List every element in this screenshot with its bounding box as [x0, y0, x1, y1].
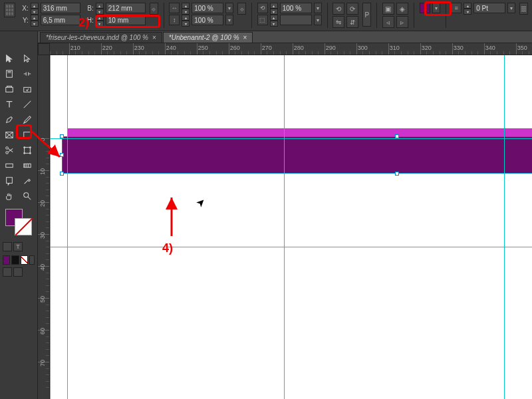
- scale-x-spinner[interactable]: ▴▾: [182, 3, 190, 13]
- shear-dropdown[interactable]: ▾: [314, 15, 322, 25]
- svg-point-15: [23, 193, 28, 198]
- free-transform-tool[interactable]: [19, 143, 35, 158]
- vertical-ruler[interactable]: 010203040506070: [38, 55, 50, 399]
- apply-color-button[interactable]: [3, 255, 10, 265]
- y-field[interactable]: 6,5 mm: [41, 15, 80, 25]
- y-spinner[interactable]: ▴▾: [31, 15, 39, 25]
- guide-horizontal[interactable]: [50, 138, 532, 139]
- flip-h-button[interactable]: ⇋: [332, 16, 344, 28]
- direct-selection-tool[interactable]: [19, 51, 35, 66]
- select-content-button[interactable]: ◈: [396, 3, 408, 15]
- fill-stroke-proxy[interactable]: [5, 209, 32, 235]
- select-prev-button[interactable]: ◃: [382, 16, 394, 28]
- shear-field[interactable]: [280, 15, 312, 25]
- h-field[interactable]: 10 mm: [106, 15, 146, 25]
- tab-label: *Unbenannt-2 @ 100 %: [169, 34, 239, 41]
- type-tool[interactable]: [1, 97, 17, 112]
- gradient-swatch-tool[interactable]: [1, 158, 17, 173]
- shear-spinner[interactable]: ▴▾: [270, 15, 278, 25]
- close-icon[interactable]: ×: [243, 34, 247, 41]
- document-canvas[interactable]: [50, 55, 532, 399]
- scale-x-field[interactable]: 100 %: [192, 3, 223, 13]
- panel-menu-button[interactable]: ☰: [519, 3, 528, 15]
- gap-tool[interactable]: [19, 66, 35, 81]
- scale-y-field[interactable]: 100 %: [192, 15, 223, 25]
- pen-tool[interactable]: [1, 112, 17, 127]
- h-label: H:: [84, 17, 94, 24]
- rectangle-tool[interactable]: [19, 128, 35, 142]
- selection-handle[interactable]: [60, 134, 64, 138]
- paragraph-style-button[interactable]: P: [362, 3, 371, 27]
- rotate-ccw-button[interactable]: ⟲: [332, 3, 344, 15]
- ruler-origin-box[interactable]: [38, 43, 50, 55]
- tab-label: *friseur-les-cheveux.indd @ 100 %: [46, 34, 148, 41]
- note-tool[interactable]: [1, 174, 17, 188]
- stroke-dropdown[interactable]: ▾: [507, 3, 515, 13]
- formatting-container-button[interactable]: [3, 242, 12, 251]
- purple-bar-shape[interactable]: [62, 136, 532, 174]
- reference-point-grid[interactable]: [4, 3, 15, 17]
- scale-x-dropdown[interactable]: ▾: [225, 3, 233, 13]
- select-container-button[interactable]: ▣: [382, 3, 394, 15]
- rotate-spinner[interactable]: ▴▾: [270, 3, 278, 13]
- content-placer-tool[interactable]: [19, 82, 35, 96]
- w-field[interactable]: 212 mm: [106, 3, 146, 13]
- shear-icon: ⬚: [257, 15, 268, 25]
- selection-handle[interactable]: [60, 153, 64, 157]
- svg-rect-4: [23, 132, 31, 138]
- document-tab[interactable]: *Unbenannt-2 @ 100 % ×: [163, 32, 253, 43]
- flip-v-button[interactable]: ⇵: [346, 16, 358, 28]
- guide-horizontal[interactable]: [50, 247, 532, 247]
- close-icon[interactable]: ×: [152, 34, 156, 41]
- eyedropper-tool[interactable]: [19, 174, 35, 188]
- scale-y-spinner[interactable]: ▴▾: [182, 15, 190, 25]
- horizontal-ruler[interactable]: 2002102202302402502602702802903003103203…: [50, 43, 532, 55]
- selection-handle[interactable]: [395, 172, 399, 176]
- scissors-tool[interactable]: [1, 143, 17, 158]
- stroke-spinner[interactable]: ▴▾: [464, 3, 471, 13]
- selection-tool[interactable]: [1, 51, 17, 66]
- h-spinner[interactable]: ▴▾: [96, 15, 104, 25]
- fill-dropdown[interactable]: ▾: [432, 3, 440, 13]
- guide-vertical[interactable]: [50, 55, 51, 399]
- line-tool[interactable]: [19, 97, 35, 112]
- apply-none-button[interactable]: [21, 255, 28, 265]
- view-mode-normal[interactable]: [3, 267, 12, 277]
- apply-gradient-button[interactable]: [11, 255, 19, 265]
- mini-flyout[interactable]: [29, 255, 35, 265]
- zoom-tool[interactable]: [19, 189, 35, 203]
- scale-y-dropdown[interactable]: ▾: [225, 15, 233, 25]
- scale-y-icon: ↕: [169, 15, 180, 25]
- x-spinner[interactable]: ▴▾: [31, 3, 39, 13]
- rotate-field[interactable]: 100 %: [280, 3, 312, 13]
- magenta-bar-shape[interactable]: [67, 128, 532, 136]
- formatting-text-button[interactable]: T: [13, 242, 23, 251]
- content-collector-tool[interactable]: [1, 82, 17, 96]
- constrain-wh-icon[interactable]: ⟐: [150, 3, 158, 15]
- selection-handle[interactable]: [395, 134, 399, 138]
- selection-handle[interactable]: [60, 172, 64, 176]
- view-mode-preview[interactable]: [13, 267, 23, 277]
- constrain-scale-icon[interactable]: ⟐: [237, 3, 246, 15]
- rectangle-frame-tool[interactable]: [1, 128, 17, 142]
- guide-vertical[interactable]: [67, 55, 68, 399]
- guide-vertical[interactable]: [284, 55, 285, 399]
- stroke-box[interactable]: [15, 218, 32, 235]
- document-tab[interactable]: *friseur-les-cheveux.indd @ 100 % ×: [40, 32, 162, 43]
- rotate-dropdown[interactable]: ▾: [314, 3, 322, 13]
- control-bar: X: ▴▾ 316 mm Y: ▴▾ 6,5 mm B: ▴▾ 212 mm H…: [0, 0, 532, 31]
- svg-point-10: [23, 153, 25, 154]
- stroke-weight-field[interactable]: 0 Pt: [473, 3, 505, 13]
- page-tool[interactable]: [1, 66, 17, 81]
- scale-x-icon: ↔: [169, 3, 180, 13]
- stroke-weight-icon: ≡: [451, 3, 462, 13]
- hand-tool[interactable]: [1, 189, 17, 203]
- guide-vertical[interactable]: [504, 55, 505, 399]
- fill-color-swatch[interactable]: [420, 3, 430, 13]
- rotate-cw-button[interactable]: ⟳: [346, 3, 358, 15]
- select-next-button[interactable]: ▹: [396, 16, 408, 28]
- w-spinner[interactable]: ▴▾: [96, 3, 104, 13]
- x-field[interactable]: 316 mm: [41, 3, 80, 13]
- gradient-feather-tool[interactable]: [19, 158, 35, 173]
- pencil-tool[interactable]: [19, 112, 35, 127]
